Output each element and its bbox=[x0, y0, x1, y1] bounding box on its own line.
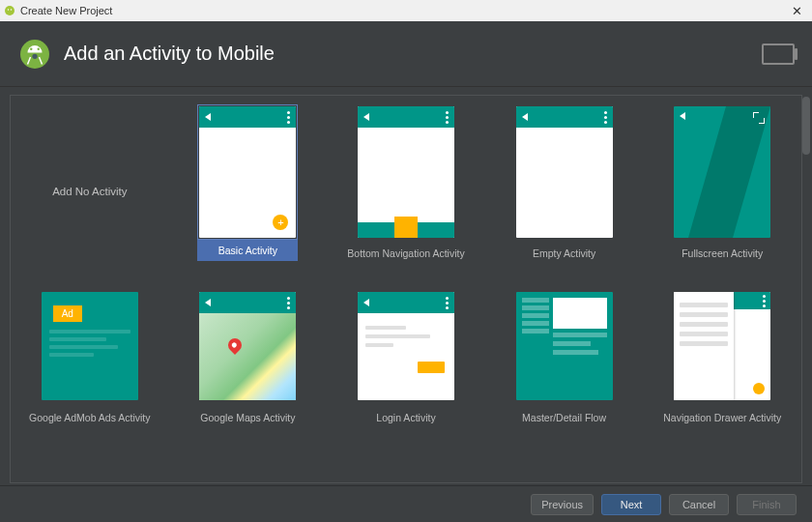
back-arrow-icon bbox=[205, 299, 211, 306]
ad-badge: Ad bbox=[53, 305, 82, 322]
page-title: Add an Activity to Mobile bbox=[64, 43, 275, 65]
next-button[interactable]: Next bbox=[601, 494, 661, 515]
back-arrow-icon bbox=[205, 113, 211, 121]
overflow-menu-icon bbox=[287, 297, 290, 309]
svg-point-1 bbox=[8, 9, 10, 11]
svg-point-2 bbox=[11, 9, 13, 11]
scrollbar[interactable] bbox=[802, 97, 810, 155]
svg-point-4 bbox=[30, 47, 32, 49]
svg-point-6 bbox=[32, 53, 37, 58]
template-gallery: Add No Activity + Basic Activity Bottom … bbox=[0, 87, 812, 485]
finish-button[interactable]: Finish bbox=[737, 494, 797, 515]
template-admob-activity[interactable]: Ad Google AdMob Ads Activity bbox=[14, 286, 166, 425]
template-bottom-navigation[interactable]: Bottom Navigation Activity bbox=[330, 101, 482, 280]
titlebar: Create New Project ✕ bbox=[0, 0, 812, 21]
cancel-button[interactable]: Cancel bbox=[669, 494, 729, 515]
fab-icon bbox=[753, 383, 765, 394]
template-label: Google AdMob Ads Activity bbox=[29, 402, 151, 423]
template-add-no-activity[interactable]: Add No Activity bbox=[14, 101, 166, 280]
window-title: Create New Project bbox=[20, 5, 112, 16]
svg-point-5 bbox=[38, 47, 40, 49]
overflow-menu-icon bbox=[446, 111, 449, 124]
overflow-menu-icon bbox=[446, 297, 449, 309]
template-label: Bottom Navigation Activity bbox=[347, 240, 464, 259]
template-master-detail-flow[interactable]: Master/Detail Flow bbox=[488, 286, 641, 425]
map-pin-icon bbox=[225, 335, 245, 355]
back-arrow-icon bbox=[680, 112, 685, 120]
back-arrow-icon bbox=[363, 299, 369, 306]
back-arrow-icon bbox=[363, 113, 369, 121]
template-label: Login Activity bbox=[376, 402, 435, 423]
template-login-activity[interactable]: Login Activity bbox=[330, 286, 482, 425]
close-icon[interactable]: ✕ bbox=[786, 4, 808, 18]
overflow-menu-icon bbox=[287, 111, 290, 124]
android-studio-logo-icon bbox=[17, 37, 52, 72]
template-label: Google Maps Activity bbox=[200, 402, 295, 423]
template-label: Empty Activity bbox=[533, 240, 595, 259]
wizard-header: Add an Activity to Mobile bbox=[0, 21, 812, 87]
svg-point-0 bbox=[5, 6, 14, 15]
wizard-footer: Previous Next Cancel Finish bbox=[0, 485, 812, 522]
template-google-maps-activity[interactable]: Google Maps Activity bbox=[172, 286, 325, 425]
fullscreen-expand-icon bbox=[753, 112, 765, 124]
overflow-menu-icon bbox=[763, 295, 766, 307]
template-label: Basic Activity bbox=[197, 240, 298, 261]
form-factor-icon bbox=[762, 44, 795, 65]
template-empty-activity[interactable]: Empty Activity bbox=[488, 101, 641, 280]
android-studio-icon bbox=[4, 5, 15, 16]
back-arrow-icon bbox=[522, 113, 528, 121]
overflow-menu-icon bbox=[604, 111, 607, 124]
template-label: Add No Activity bbox=[52, 104, 127, 278]
template-label: Navigation Drawer Activity bbox=[663, 402, 781, 423]
previous-button[interactable]: Previous bbox=[531, 494, 594, 515]
template-label: Master/Detail Flow bbox=[522, 402, 606, 423]
fab-icon: + bbox=[273, 215, 288, 230]
template-basic-activity[interactable]: + Basic Activity bbox=[172, 101, 325, 280]
template-fullscreen-activity[interactable]: Fullscreen Activity bbox=[646, 101, 798, 280]
template-label: Fullscreen Activity bbox=[682, 240, 763, 259]
template-navigation-drawer-activity[interactable]: Navigation Drawer Activity bbox=[646, 286, 798, 425]
